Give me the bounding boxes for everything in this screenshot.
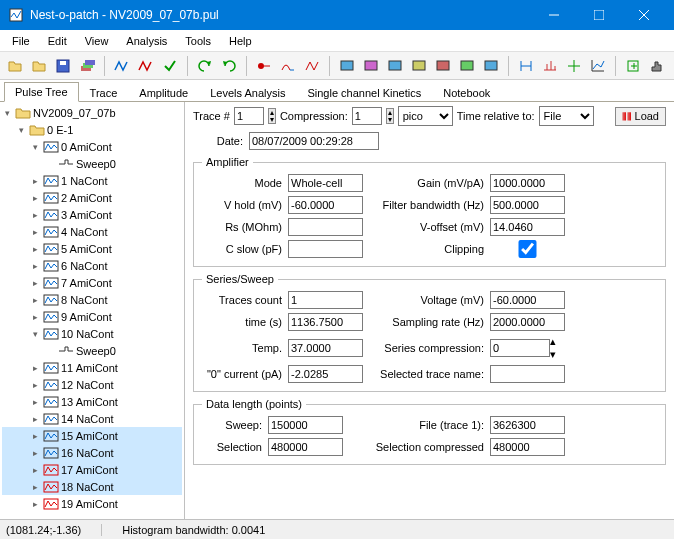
expand-icon[interactable]: ▾ <box>30 141 41 152</box>
redo-icon[interactable] <box>218 55 240 77</box>
monitor2-icon[interactable] <box>360 55 382 77</box>
temp-input[interactable] <box>288 339 363 357</box>
menu-help[interactable]: Help <box>221 33 260 49</box>
tree-series-item[interactable]: ▸11 AmiCont <box>2 359 182 376</box>
tree-series-item[interactable]: ▸5 AmiCont <box>2 240 182 257</box>
tab-amplitude[interactable]: Amplitude <box>128 83 199 102</box>
unit-select[interactable]: pico <box>398 106 453 126</box>
tree-series-item[interactable]: ▸4 NaCont <box>2 223 182 240</box>
time-rel-select[interactable]: File <box>539 106 594 126</box>
check-icon[interactable] <box>159 55 181 77</box>
menu-tools[interactable]: Tools <box>177 33 219 49</box>
tab-single-channel[interactable]: Single channel Kinetics <box>296 83 432 102</box>
monitor7-icon[interactable] <box>480 55 502 77</box>
red-tool3-icon[interactable] <box>301 55 323 77</box>
tree-series-item[interactable]: ▸7 AmiCont <box>2 274 182 291</box>
open2-icon[interactable] <box>28 55 50 77</box>
time-input[interactable] <box>288 313 363 331</box>
cursor1-icon[interactable] <box>515 55 537 77</box>
compression-spinner[interactable]: ▴▾ <box>386 108 394 124</box>
wave-red-icon[interactable] <box>135 55 157 77</box>
tree-series-item[interactable]: ▾10 NaCont <box>2 325 182 342</box>
clipping-checkbox[interactable] <box>490 240 565 258</box>
monitor3-icon[interactable] <box>384 55 406 77</box>
gain-input[interactable] <box>490 174 565 192</box>
tree-root[interactable]: ▾ NV2009_07_07b <box>2 104 182 121</box>
wave-blue-icon[interactable] <box>111 55 133 77</box>
tree-series-item[interactable]: ▸8 NaCont <box>2 291 182 308</box>
selection-input[interactable] <box>268 438 343 456</box>
expand-icon[interactable]: ▸ <box>30 277 41 288</box>
cursor2-icon[interactable] <box>539 55 561 77</box>
expand-icon[interactable]: ▸ <box>30 498 41 509</box>
expand-icon[interactable]: ▸ <box>30 294 41 305</box>
selcomp-input[interactable] <box>490 438 565 456</box>
expand-icon[interactable]: ▸ <box>30 413 41 424</box>
tree-series-item[interactable]: ▾0 AmiCont <box>2 138 182 155</box>
expand-icon[interactable]: ▸ <box>30 464 41 475</box>
tree-series-item[interactable]: ▸14 NaCont <box>2 410 182 427</box>
expand-icon[interactable]: ▸ <box>30 396 41 407</box>
monitor5-icon[interactable] <box>432 55 454 77</box>
monitor1-icon[interactable] <box>336 55 358 77</box>
date-input[interactable] <box>249 132 379 150</box>
menu-file[interactable]: File <box>4 33 38 49</box>
menu-view[interactable]: View <box>77 33 117 49</box>
graph-icon[interactable] <box>587 55 609 77</box>
tree-series-item[interactable]: ▸19 AmiCont <box>2 495 182 512</box>
tree-series-item[interactable]: ▸1 NaCont <box>2 172 182 189</box>
save-icon[interactable] <box>52 55 74 77</box>
voltage-input[interactable] <box>490 291 565 309</box>
zero-current-input[interactable] <box>288 365 363 383</box>
minimize-button[interactable] <box>531 0 576 30</box>
export1-icon[interactable] <box>622 55 644 77</box>
mode-input[interactable] <box>288 174 363 192</box>
tab-notebook[interactable]: Notebook <box>432 83 501 102</box>
tree-series-item[interactable]: ▸13 AmiCont <box>2 393 182 410</box>
expand-icon[interactable]: ▸ <box>30 430 41 441</box>
red-tool1-icon[interactable] <box>253 55 275 77</box>
tree-series-item[interactable]: ▸3 AmiCont <box>2 206 182 223</box>
open-icon[interactable] <box>4 55 26 77</box>
tab-trace[interactable]: Trace <box>79 83 129 102</box>
expand-icon[interactable]: ▸ <box>30 260 41 271</box>
stack-icon[interactable] <box>76 55 98 77</box>
trace-spinner[interactable]: ▴▾ <box>268 108 276 124</box>
rs-input[interactable] <box>288 218 363 236</box>
expand-icon[interactable]: ▸ <box>30 243 41 254</box>
menu-edit[interactable]: Edit <box>40 33 75 49</box>
compression-input[interactable] <box>352 107 382 125</box>
expand-icon[interactable]: ▸ <box>30 226 41 237</box>
expand-icon[interactable]: ▾ <box>30 328 41 339</box>
voffset-input[interactable] <box>490 218 565 236</box>
traces-count-input[interactable] <box>288 291 363 309</box>
collapse-icon[interactable]: ▾ <box>2 107 13 118</box>
tree-series-item[interactable]: ▸17 AmiCont <box>2 461 182 478</box>
filter-input[interactable] <box>490 196 565 214</box>
sweep-input[interactable] <box>268 416 343 434</box>
tab-pulse-tree[interactable]: Pulse Tree <box>4 82 79 102</box>
menu-analysis[interactable]: Analysis <box>118 33 175 49</box>
tree-series-item[interactable]: ▸16 NaCont <box>2 444 182 461</box>
tree-sweep-item[interactable]: Sweep0 <box>2 155 182 172</box>
monitor6-icon[interactable] <box>456 55 478 77</box>
undo-icon[interactable] <box>194 55 216 77</box>
close-button[interactable] <box>621 0 666 30</box>
tree-series-item[interactable]: ▸12 NaCont <box>2 376 182 393</box>
maximize-button[interactable] <box>576 0 621 30</box>
vhold-input[interactable] <box>288 196 363 214</box>
expand-icon[interactable]: ▸ <box>30 481 41 492</box>
red-tool2-icon[interactable] <box>277 55 299 77</box>
expand-icon[interactable]: ▸ <box>30 209 41 220</box>
expand-icon[interactable]: ▸ <box>30 447 41 458</box>
load-button[interactable]: ⦀⦀Load <box>615 107 666 126</box>
collapse-icon[interactable]: ▾ <box>16 124 27 135</box>
series-comp-spinner[interactable]: ▴▾ <box>550 335 556 361</box>
tree-series-item[interactable]: ▸2 AmiCont <box>2 189 182 206</box>
tree-series-item[interactable]: ▸15 AmiCont <box>2 427 182 444</box>
tree-panel[interactable]: ▾ NV2009_07_07b ▾ 0 E-1 ▾0 AmiContSweep0… <box>0 102 185 519</box>
tree-series-item[interactable]: ▸6 NaCont <box>2 257 182 274</box>
sampling-input[interactable] <box>490 313 565 331</box>
tree-sweep-item[interactable]: Sweep0 <box>2 342 182 359</box>
expand-icon[interactable]: ▸ <box>30 192 41 203</box>
